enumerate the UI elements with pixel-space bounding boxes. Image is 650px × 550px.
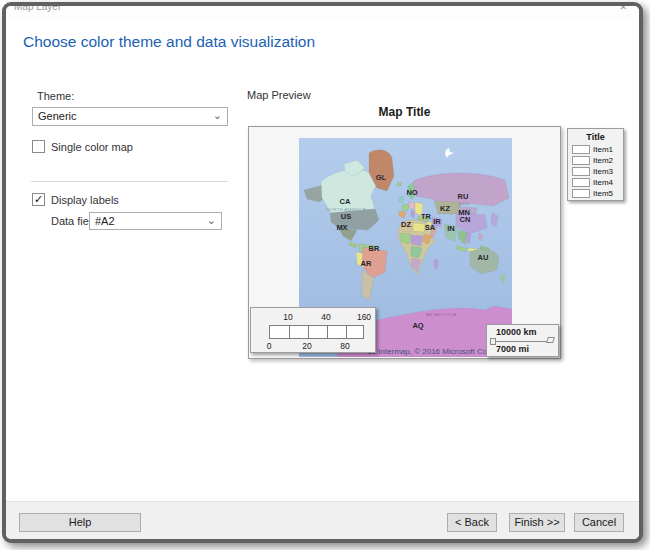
country-label: AQ xyxy=(412,321,423,330)
scale-tick-label: 160 xyxy=(357,312,371,322)
region-label: NORTH AMERICA xyxy=(326,207,366,212)
map-distance-box: 10000 km 7000 mi xyxy=(486,324,559,357)
country-label: CA xyxy=(340,197,351,206)
country-label: DZ xyxy=(401,220,411,229)
scale-tick-label: 0 xyxy=(267,341,272,351)
window-title: Map Layer xyxy=(14,2,61,12)
back-button[interactable]: < Back xyxy=(447,513,497,532)
legend-item-label: Item2 xyxy=(593,156,613,165)
country-label: US xyxy=(341,212,351,221)
country-label: AR xyxy=(361,259,372,268)
country-label: MX xyxy=(336,223,347,232)
legend-item-label: Item1 xyxy=(593,145,613,154)
page-title: Choose color theme and data visualizatio… xyxy=(23,33,315,51)
country-label: CN xyxy=(460,215,471,224)
legend-item-label: Item5 xyxy=(593,189,613,198)
legend-swatch xyxy=(572,156,590,165)
legend-item: Item3 xyxy=(572,166,619,177)
legend-item: Item4 xyxy=(572,177,619,188)
finish-button[interactable]: Finish >> xyxy=(509,513,565,532)
country-label: NO xyxy=(406,188,417,197)
country-label: GL xyxy=(376,173,387,182)
title-bar: Map Layer ✕ xyxy=(6,6,639,18)
distance-km-label: 10000 km xyxy=(496,327,537,337)
cancel-button[interactable]: Cancel xyxy=(574,513,624,532)
legend-item-label: Item4 xyxy=(593,178,613,187)
region-label: ASIA xyxy=(459,201,470,206)
wizard-dialog: Map Layer ✕ Choose color theme and data … xyxy=(2,2,643,543)
country-label: KZ xyxy=(440,204,450,213)
country-label: TR xyxy=(421,212,432,221)
theme-dropdown-value: Generic xyxy=(38,110,77,122)
scale-tick-label: 80 xyxy=(340,341,349,351)
scale-tick-label: 40 xyxy=(321,312,330,322)
legend-swatch xyxy=(572,145,590,154)
help-button[interactable]: Help xyxy=(19,513,141,532)
legend-swatch xyxy=(572,178,590,187)
legend-item: Item2 xyxy=(572,155,619,166)
country-label: BR xyxy=(369,244,380,253)
theme-dropdown[interactable]: Generic ⌄ xyxy=(32,107,228,126)
display-labels-label: Display labels xyxy=(51,194,119,206)
data-field-dropdown[interactable]: #A2 ⌄ xyxy=(89,212,222,230)
close-icon[interactable]: ✕ xyxy=(619,2,627,12)
map-title: Map Title xyxy=(248,105,561,119)
map-legend: Title Item1 Item2 Item3 Item4 Item5 xyxy=(567,128,624,201)
footer-bar: Help < Back Finish >> Cancel xyxy=(6,501,639,539)
scale-tick-label: 10 xyxy=(283,312,292,322)
map-preview-label: Map Preview xyxy=(247,89,311,101)
distance-slider-track xyxy=(491,341,552,342)
legend-item: Item5 xyxy=(572,188,619,199)
scale-bar xyxy=(269,325,364,339)
country-label: RU xyxy=(458,192,469,201)
legend-title: Title xyxy=(572,132,619,142)
distance-slider-right-handle xyxy=(546,337,555,343)
country-label: SA xyxy=(425,223,436,232)
map-scale-box: 10 40 160 0 20 80 xyxy=(250,307,376,353)
chevron-down-icon: ⌄ xyxy=(213,107,222,124)
chevron-down-icon: ⌄ xyxy=(207,212,216,229)
country-label: AU xyxy=(478,253,489,262)
distance-mi-label: 7000 mi xyxy=(496,344,529,354)
data-field-dropdown-value: #A2 xyxy=(95,215,115,227)
single-color-map-checkbox[interactable] xyxy=(32,140,45,153)
scale-tick-label: 20 xyxy=(302,341,311,351)
display-labels-checkbox[interactable]: ✓ xyxy=(32,193,45,206)
legend-swatch xyxy=(572,167,590,176)
legend-item-label: Item3 xyxy=(593,167,613,176)
theme-label: Theme: xyxy=(37,90,74,102)
legend-swatch xyxy=(572,189,590,198)
country-label: IN xyxy=(447,224,455,233)
copyright-text: 10 Intermap, © 2016 Microsoft Corp xyxy=(367,347,494,356)
divider xyxy=(31,181,228,182)
region-label: ANTARCTICA xyxy=(426,312,456,317)
legend-item: Item1 xyxy=(572,144,619,155)
madagascar xyxy=(434,259,438,269)
single-color-map-label: Single color map xyxy=(51,141,133,153)
